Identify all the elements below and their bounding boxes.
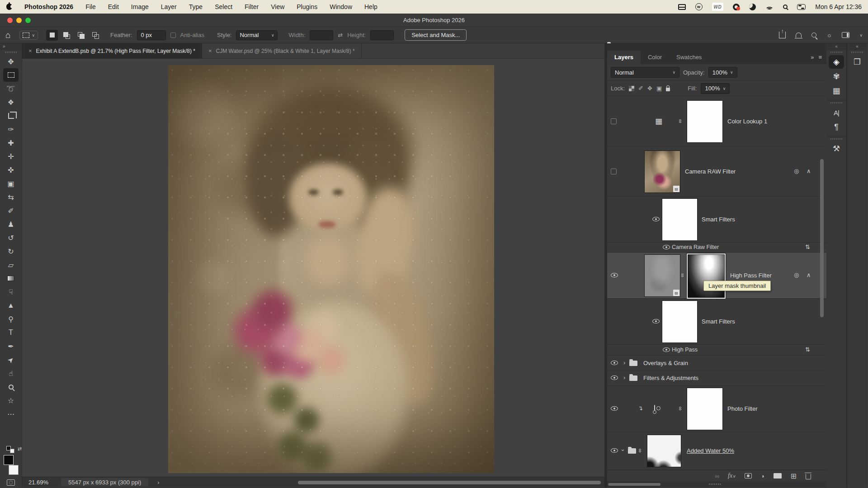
intersect-selection-mode[interactable] <box>90 30 101 41</box>
healing-brush-icon[interactable]: ✛ <box>3 150 19 163</box>
new-selection-mode[interactable] <box>46 30 58 41</box>
control-center-icon[interactable] <box>797 3 806 11</box>
link-mask-icon[interactable]: ∞ <box>637 449 643 453</box>
group-name[interactable]: Overlays & Grain <box>643 360 688 366</box>
menu-app-name[interactable]: Photoshop 2026 <box>24 3 73 10</box>
photo-filter-icon[interactable] <box>654 405 655 413</box>
frame-icon[interactable]: ▣ <box>3 177 19 190</box>
layer-mask-thumbnail[interactable] <box>687 100 723 143</box>
pen-icon[interactable]: ✒ <box>3 339 19 353</box>
layer-row[interactable]: ↴∞Photo Filter <box>607 386 826 432</box>
subtract-selection-mode[interactable] <box>75 30 87 41</box>
layer-row[interactable]: Smart Filters <box>607 197 826 243</box>
collapse-caret-icon[interactable]: ∧ <box>807 272 811 278</box>
layer-row[interactable]: Smart Filters <box>607 299 826 345</box>
toolbar-collapse-icon[interactable]: » <box>0 43 22 50</box>
minimize-window-button[interactable] <box>16 18 22 23</box>
menu-item-select[interactable]: Select <box>215 3 232 10</box>
layer-row[interactable]: High Pass⇅ <box>607 345 826 356</box>
layer-style-fx-icon[interactable]: fx∨ <box>728 472 736 479</box>
lock-artboard-icon[interactable]: ▣ <box>656 85 662 92</box>
swap-colors-icon[interactable]: ⇄ <box>18 446 22 452</box>
quick-mask-icon[interactable] <box>7 479 15 486</box>
tab-layers[interactable]: Layers <box>607 51 641 64</box>
dodge-icon[interactable]: ⚲ <box>3 312 19 326</box>
adjustment-icon[interactable]: ▦ <box>655 117 662 126</box>
layers-panel-icon[interactable]: ◈ <box>829 55 844 69</box>
zoom-level[interactable]: 21.69% <box>28 479 48 486</box>
workspace-layout-icon[interactable] <box>842 32 849 38</box>
brush-icon[interactable]: ✐ <box>3 204 19 217</box>
object-selection-icon[interactable]: ❖ <box>3 95 19 109</box>
character-panel-icon[interactable]: A| <box>829 106 844 119</box>
sharpen-icon[interactable]: ▲ <box>3 299 19 312</box>
blend-mode-dropdown[interactable]: Normal ∨ <box>611 67 679 78</box>
type-icon[interactable]: T <box>3 326 19 339</box>
foreground-color-swatch[interactable] <box>4 455 14 465</box>
delete-layer-icon[interactable] <box>806 474 811 479</box>
opacity-dropdown[interactable]: 100% ∨ <box>708 67 737 78</box>
layer-row[interactable]: ⌄∞Added Water 50% <box>607 432 826 470</box>
group-name[interactable]: Added Water 50% <box>687 447 734 454</box>
discover-light-icon[interactable]: ☼ <box>826 32 832 38</box>
filter-mask-thumbnail[interactable] <box>662 300 698 343</box>
filter-mask-thumbnail[interactable] <box>662 198 698 241</box>
collapse-caret-icon[interactable]: ∧ <box>807 168 811 174</box>
visibility-eye-icon[interactable] <box>611 448 618 453</box>
group-mask-thumbnail[interactable] <box>647 435 681 467</box>
link-mask-icon[interactable]: ∞ <box>677 119 684 123</box>
document-tab-active[interactable]: × Exhibit A ExtendB.psb @ 21.7% (High Pa… <box>22 43 202 58</box>
moon-icon[interactable] <box>749 3 756 11</box>
tools-panel-icon[interactable]: ⚒ <box>829 142 844 155</box>
new-group-icon[interactable] <box>774 473 782 479</box>
search-icon[interactable] <box>811 33 816 38</box>
close-window-button[interactable] <box>7 18 13 23</box>
default-colors-icon[interactable]: ⇄ <box>6 446 15 453</box>
layer-name[interactable]: High Pass Filter <box>730 272 772 279</box>
lasso-icon[interactable]: ➰ <box>3 82 19 95</box>
visibility-eye-icon[interactable] <box>611 375 618 380</box>
panel-menu-icon[interactable]: ≡ <box>818 54 822 61</box>
antialias-checkbox[interactable] <box>170 33 176 38</box>
layer-name[interactable]: Smart Filters <box>702 216 735 223</box>
dock-grip[interactable] <box>851 52 863 53</box>
visibility-eye-icon[interactable] <box>611 273 618 277</box>
search-icon[interactable] <box>783 3 788 11</box>
layer-thumbnail[interactable]: ▤ <box>644 254 680 297</box>
status-chevron-icon[interactable]: › <box>157 479 159 486</box>
height-input[interactable] <box>370 30 394 40</box>
vertical-scrollbar[interactable] <box>820 159 824 317</box>
lock-paint-icon[interactable]: ✐ <box>638 85 643 92</box>
spot-healing-brush-icon[interactable]: ✚ <box>3 136 19 150</box>
panel-grip[interactable] <box>709 483 721 485</box>
dock-collapse-icon[interactable]: « <box>847 43 867 50</box>
clone-stamp-icon[interactable]: ♟ <box>3 217 19 231</box>
crop-icon[interactable] <box>3 109 19 122</box>
width-input[interactable] <box>310 30 333 40</box>
layer-name[interactable]: Photo Filter <box>727 405 757 412</box>
dock-collapse-icon[interactable]: « <box>826 43 846 50</box>
document-dimensions[interactable]: 5547 px x 6933 px (300 ppi) <box>61 478 148 487</box>
w-circle-icon[interactable]: w <box>695 3 703 10</box>
menu-item-window[interactable]: Window <box>330 3 352 10</box>
paragraph-panel-icon[interactable]: ¶ <box>829 120 844 134</box>
menu-item-type[interactable]: Type <box>189 3 203 10</box>
eraser-icon[interactable]: ▱ <box>3 258 19 272</box>
close-tab-icon[interactable]: × <box>208 47 212 54</box>
libraries-panel-icon[interactable]: ❐ <box>849 55 865 69</box>
visibility-eye-icon[interactable] <box>611 361 618 365</box>
wd-badge[interactable]: WD <box>712 3 724 11</box>
group-chevron-icon[interactable]: ⌄ <box>620 446 625 452</box>
lock-all-icon[interactable] <box>666 88 670 91</box>
filter-blend-options-icon[interactable]: ⇅ <box>805 244 810 250</box>
layer-name[interactable]: Camera RAW Filter <box>685 168 736 175</box>
new-layer-icon[interactable]: ⊞ <box>791 472 797 480</box>
star-icon[interactable]: ☆ <box>3 394 19 407</box>
patch-icon[interactable]: ✜ <box>3 163 19 177</box>
menu-item-file[interactable]: File <box>85 3 96 10</box>
chevron-down-icon[interactable]: ∨ <box>859 33 863 38</box>
swirl-red-dot-icon[interactable] <box>733 3 740 11</box>
wifi-icon[interactable] <box>765 3 774 11</box>
move-icon[interactable]: ✥ <box>3 55 19 68</box>
layer-row[interactable]: Camera Raw Filter⇅ <box>607 243 826 253</box>
